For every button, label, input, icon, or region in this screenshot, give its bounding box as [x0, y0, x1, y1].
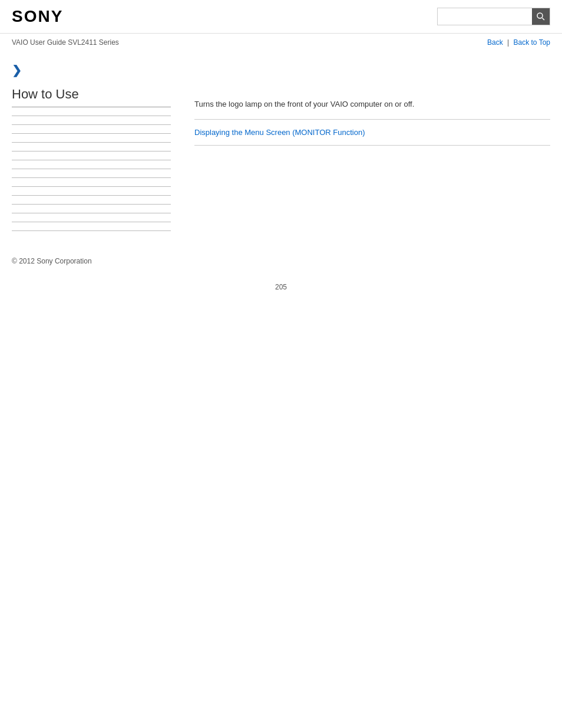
sidebar-line-12	[12, 213, 171, 213]
sidebar-line-10	[12, 195, 171, 196]
content-link-row: Displaying the Menu Screen (MONITOR Func…	[194, 128, 550, 146]
svg-point-0	[537, 13, 543, 18]
nav-separator: |	[507, 38, 511, 47]
sony-logo: SONY	[12, 7, 63, 26]
page-number: 205	[0, 271, 562, 303]
back-to-top-link[interactable]: Back to Top	[514, 38, 550, 47]
sidebar-line-6	[12, 160, 171, 160]
sidebar-line-3	[12, 133, 171, 134]
sidebar-line-4	[12, 142, 171, 143]
nav-links: Back | Back to Top	[487, 38, 550, 47]
sidebar-line-9	[12, 186, 171, 187]
search-icon	[536, 12, 546, 21]
breadcrumb-bar: VAIO User Guide SVL2411 Series Back | Ba…	[0, 34, 562, 51]
search-input[interactable]	[438, 8, 532, 25]
sidebar-line-14	[12, 230, 171, 231]
main-content: ❯ How to Use Turns the logo lamp on the …	[0, 51, 562, 239]
sidebar: ❯ How to Use	[12, 51, 183, 239]
back-link[interactable]: Back	[487, 38, 503, 47]
content-description: Turns the logo lamp on the front of your…	[194, 98, 550, 120]
header: SONY	[0, 0, 562, 34]
sidebar-line-8	[12, 177, 171, 178]
sidebar-line-13	[12, 222, 171, 222]
guide-title: VAIO User Guide SVL2411 Series	[12, 38, 119, 47]
section-title: How to Use	[12, 87, 171, 107]
sidebar-line-5	[12, 151, 171, 151]
monitor-function-link[interactable]: Displaying the Menu Screen (MONITOR Func…	[194, 128, 365, 137]
sidebar-line-11	[12, 204, 171, 205]
footer: © 2012 Sony Corporation	[0, 239, 562, 271]
sidebar-line-2	[12, 124, 171, 125]
copyright-text: © 2012 Sony Corporation	[12, 257, 92, 265]
sidebar-line-7	[12, 169, 171, 169]
chevron-icon: ❯	[12, 63, 171, 77]
sidebar-line-1	[12, 116, 171, 116]
svg-line-1	[543, 18, 545, 21]
content-area: Turns the logo lamp on the front of your…	[183, 51, 550, 239]
search-button[interactable]	[532, 8, 550, 25]
search-container	[437, 8, 550, 25]
